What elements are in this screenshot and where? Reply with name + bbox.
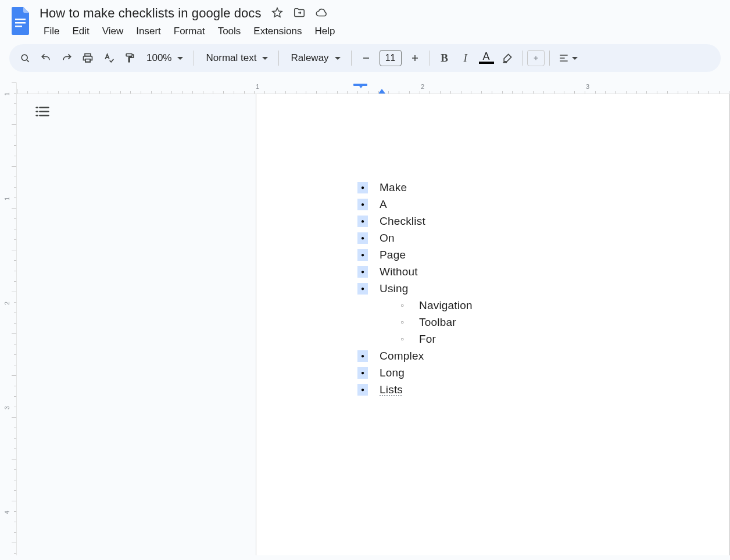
vertical-ruler[interactable]: 11234 <box>0 82 17 555</box>
list-item-text[interactable]: A <box>380 196 387 213</box>
menu-help[interactable]: Help <box>309 23 340 40</box>
spellcheck-button[interactable] <box>99 48 119 68</box>
circle-bullet-icon <box>397 317 407 328</box>
zoom-dropdown[interactable]: 100% <box>141 52 189 64</box>
list-item-text[interactable]: Navigation <box>419 297 473 314</box>
move-to-folder-icon[interactable] <box>293 6 306 21</box>
list-item[interactable]: Lists <box>357 381 675 398</box>
list-item[interactable]: Long <box>357 364 675 381</box>
ruler-label: 2 <box>421 83 424 90</box>
ruler-hanging-indent[interactable] <box>378 89 385 94</box>
list-item-text[interactable]: On <box>380 229 395 246</box>
undo-button[interactable] <box>36 48 56 68</box>
list-item[interactable]: Make <box>357 179 675 196</box>
menu-view[interactable]: View <box>97 23 129 40</box>
svg-rect-1 <box>15 22 26 24</box>
list-item[interactable]: Page <box>357 246 675 263</box>
list-subitem[interactable]: Navigation <box>397 297 675 314</box>
increase-font-size-button[interactable] <box>405 48 425 68</box>
separator <box>522 51 523 66</box>
list-item-text[interactable]: Page <box>380 246 406 263</box>
disc-bullet-icon <box>357 283 368 295</box>
show-outline-button[interactable] <box>34 105 51 120</box>
ruler-label: 2 <box>5 301 11 305</box>
separator <box>351 51 352 66</box>
svg-rect-2 <box>15 26 22 27</box>
menu-extensions[interactable]: Extensions <box>248 23 307 40</box>
ruler-first-line-indent[interactable] <box>358 84 364 88</box>
separator <box>278 51 279 66</box>
list-item-text[interactable]: Long <box>380 364 405 381</box>
list-item[interactable]: Checklist <box>357 213 675 229</box>
list-item-text[interactable]: Checklist <box>380 213 425 229</box>
menu-insert[interactable]: Insert <box>131 23 166 40</box>
list-item-text[interactable]: Toolbar <box>419 314 456 331</box>
paint-format-button[interactable] <box>120 48 139 68</box>
list-item[interactable]: A <box>357 196 675 213</box>
bold-button[interactable]: B <box>435 48 455 68</box>
toolbar: 100% Normal text Raleway 11 B I A <box>9 44 721 72</box>
menu-bar: File Edit View Insert Format Tools Exten… <box>38 22 340 44</box>
ruler-label: 1 <box>5 92 11 96</box>
zoom-value: 100% <box>146 52 171 64</box>
list-item[interactable]: On <box>357 229 675 246</box>
search-menus-button[interactable] <box>15 48 35 68</box>
decrease-font-size-button[interactable] <box>356 48 376 68</box>
font-family-dropdown[interactable]: Raleway <box>284 48 346 68</box>
print-button[interactable] <box>78 48 98 68</box>
highlight-color-button[interactable] <box>498 48 517 68</box>
list-item-text[interactable]: Make <box>380 179 407 196</box>
list-item-text[interactable]: Using <box>380 280 409 297</box>
ruler-label: 1 <box>5 197 11 200</box>
add-comment-button[interactable] <box>527 50 545 66</box>
disc-bullet-icon <box>357 232 368 244</box>
menu-tools[interactable]: Tools <box>213 23 246 40</box>
svg-rect-5 <box>85 59 90 62</box>
svg-point-3 <box>22 55 27 60</box>
disc-bullet-icon <box>357 182 368 193</box>
list-item[interactable]: Without <box>357 263 675 280</box>
paragraph-style-dropdown[interactable]: Normal text <box>199 48 274 68</box>
ruler-label: 1 <box>256 83 259 90</box>
chevron-down-icon <box>572 57 578 60</box>
star-icon[interactable] <box>271 6 284 21</box>
disc-bullet-icon <box>357 216 368 227</box>
list-item[interactable]: Using <box>357 280 675 297</box>
ruler-label: 3 <box>5 406 11 410</box>
disc-bullet-icon <box>357 384 368 396</box>
redo-button[interactable] <box>57 48 77 68</box>
title-bar: How to make checklists in google docs Fi… <box>0 0 730 44</box>
menu-format[interactable]: Format <box>169 23 210 40</box>
ruler-label: 4 <box>5 511 11 514</box>
list-item-text[interactable]: Complex <box>380 347 424 364</box>
circle-bullet-icon <box>397 333 407 345</box>
text-color-button[interactable]: A <box>477 48 496 68</box>
ruler-label: 3 <box>586 83 589 90</box>
disc-bullet-icon <box>357 199 368 210</box>
menu-edit[interactable]: Edit <box>67 23 94 40</box>
italic-button[interactable]: I <box>456 48 475 68</box>
list-item-text[interactable]: Without <box>380 263 418 280</box>
list-item-text[interactable]: For <box>419 331 436 347</box>
document-title[interactable]: How to make checklists in google docs <box>38 5 263 22</box>
list-subitem[interactable]: Toolbar <box>397 314 675 331</box>
list-subitem[interactable]: For <box>397 331 675 347</box>
separator <box>430 51 430 66</box>
document-content[interactable]: MakeAChecklistOnPageWithoutUsingNavigati… <box>256 94 729 398</box>
document-page[interactable]: MakeAChecklistOnPageWithoutUsingNavigati… <box>256 94 730 555</box>
menu-file[interactable]: File <box>38 23 65 40</box>
circle-bullet-icon <box>397 300 407 311</box>
paragraph-style-value: Normal text <box>206 52 256 64</box>
list-item[interactable]: Complex <box>357 347 675 364</box>
docs-app-icon[interactable] <box>9 6 33 36</box>
font-family-value: Raleway <box>291 52 328 64</box>
font-size-input[interactable]: 11 <box>380 50 402 66</box>
chevron-down-icon <box>262 57 268 60</box>
list-item-text[interactable]: Lists <box>380 381 403 398</box>
cloud-saved-icon[interactable] <box>315 6 328 21</box>
separator <box>549 51 550 66</box>
disc-bullet-icon <box>357 367 368 379</box>
svg-rect-6 <box>126 54 132 56</box>
horizontal-ruler[interactable]: 1234 <box>17 82 730 94</box>
align-dropdown[interactable] <box>554 48 581 68</box>
